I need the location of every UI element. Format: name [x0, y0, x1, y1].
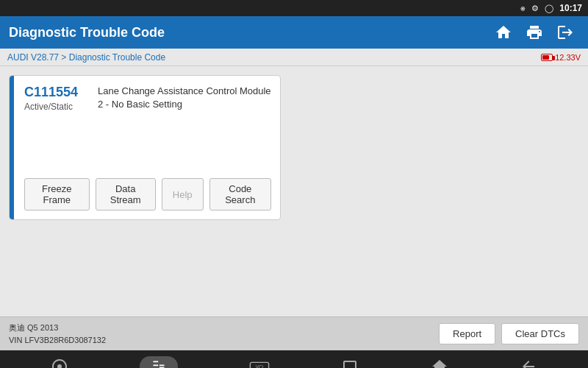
svg-rect-3: [344, 361, 356, 368]
header-title: Diagnostic Trouble Code: [9, 25, 487, 40]
breadcrumb-text: AUDI V28.77 > Diagnostic Trouble Code: [7, 52, 165, 63]
active-nav-item[interactable]: [140, 356, 178, 368]
report-button[interactable]: Report: [439, 323, 495, 344]
back-nav-button[interactable]: [520, 358, 537, 368]
bottom-action-buttons: Report Clear DTCs: [439, 323, 579, 344]
time-display: 10:17: [559, 3, 582, 13]
vehicle-model: 奥迪 Q5 2013: [9, 322, 106, 334]
vci-nav-icon: VCI: [249, 359, 270, 368]
settings-nav-icon: [51, 358, 68, 368]
print-icon: [526, 24, 543, 41]
dashboard-nav-icon: [151, 359, 166, 368]
vehicle-vin: VIN LFV3B28R6D3087132: [9, 334, 106, 347]
code-search-button[interactable]: Code Search: [209, 178, 271, 210]
help-button[interactable]: Help: [162, 178, 204, 210]
dtc-card-accent-bar: [10, 76, 14, 219]
battery-icon: [541, 54, 553, 61]
dtc-description: Lane Change Assistance Control Module 2 …: [98, 85, 271, 111]
clear-dtcs-button[interactable]: Clear DTCs: [501, 323, 579, 344]
battery-indicator: 12.33V: [541, 53, 581, 62]
header: Diagnostic Trouble Code: [0, 16, 588, 49]
back-nav-icon: [520, 358, 537, 368]
settings-nav-button[interactable]: [51, 358, 68, 368]
home-button[interactable]: [490, 20, 517, 45]
nav-bar: VCI: [0, 350, 588, 368]
freeze-frame-button[interactable]: Freeze Frame: [24, 178, 90, 210]
bluetooth-icon: ⎈: [520, 4, 526, 13]
battery-voltage: 12.33V: [555, 53, 581, 62]
window-nav-button[interactable]: [342, 358, 359, 368]
data-stream-button[interactable]: Data Stream: [96, 178, 156, 210]
vehicle-info: 奥迪 Q5 2013 VIN LFV3B28R6D3087132: [9, 322, 106, 346]
dtc-card: C111554 Active/Static Lane Change Assist…: [9, 75, 281, 220]
android-home-button[interactable]: [431, 358, 448, 368]
breadcrumb-bar: AUDI V28.77 > Diagnostic Trouble Code 12…: [0, 49, 588, 66]
window-nav-icon: [342, 358, 359, 368]
android-home-icon: [431, 358, 448, 368]
exit-button[interactable]: [551, 20, 579, 45]
home-icon: [495, 24, 512, 41]
status-bar: ⎈ ⚙ ◯ 10:17: [0, 0, 588, 16]
svg-text:VCI: VCI: [256, 364, 264, 368]
main-content: C111554 Active/Static Lane Change Assist…: [0, 66, 588, 316]
dtc-buttons: Freeze Frame Data Stream Help Code Searc…: [24, 178, 271, 210]
settings-status-icon: ⚙: [531, 4, 539, 13]
bottom-info-bar: 奥迪 Q5 2013 VIN LFV3B28R6D3087132 Report …: [0, 316, 588, 350]
print-button[interactable]: [520, 20, 548, 45]
svg-point-0: [57, 364, 62, 368]
alarm-icon: ◯: [545, 4, 553, 13]
exit-icon: [556, 24, 574, 41]
vci-nav-button[interactable]: VCI: [249, 359, 270, 368]
